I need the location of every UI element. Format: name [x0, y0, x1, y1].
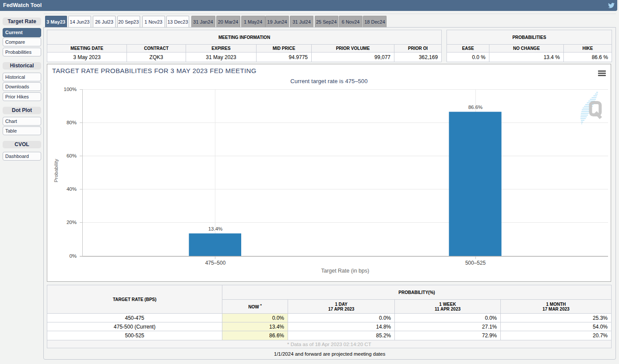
svg-text:40%: 40%	[67, 186, 77, 192]
svg-text:475–500: 475–500	[205, 260, 226, 266]
svg-text:Probability: Probability	[53, 159, 59, 182]
svg-text:20%: 20%	[67, 220, 77, 225]
svg-text:Target Rate (in bps): Target Rate (in bps)	[321, 268, 369, 274]
svg-text:80%: 80%	[67, 120, 77, 125]
svg-text:500–525: 500–525	[465, 260, 486, 266]
svg-text:100%: 100%	[64, 87, 77, 92]
svg-text:86.6%: 86.6%	[468, 105, 483, 110]
svg-text:60%: 60%	[67, 153, 77, 158]
svg-text:13.4%: 13.4%	[208, 226, 223, 231]
svg-text:0%: 0%	[69, 253, 77, 259]
